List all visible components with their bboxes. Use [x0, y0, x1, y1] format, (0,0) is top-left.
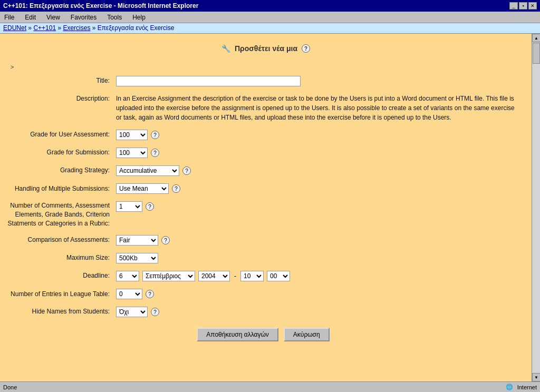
hidenames-control: Όχι Ναι ? — [116, 307, 521, 317]
deadline-day-select[interactable]: 6 — [116, 271, 139, 281]
restore-button[interactable]: ▪ — [519, 2, 527, 9]
entries-select[interactable]: 0 1 5 10 — [116, 289, 142, 299]
heading-help-icon[interactable]: ? — [302, 44, 310, 53]
menu-file[interactable]: File — [2, 13, 16, 22]
comparison-control: Fair Strict Very Strict Lenient ? — [116, 235, 521, 246]
handling-select[interactable]: Use Mean Use Last Use Best — [116, 183, 169, 194]
description-row: Description: In an Exercise Assignment t… — [5, 94, 521, 122]
title-row: Title: — [5, 76, 521, 86]
minimize-button[interactable]: _ — [509, 2, 518, 9]
page-heading: 🔧 Προσθέτει νέα μια ? — [0, 44, 532, 53]
window-controls[interactable]: _ ▪ ✕ — [509, 2, 537, 9]
title-input[interactable] — [116, 76, 301, 86]
grading-strategy-row: Grading Strategy: Accumulative Highest G… — [5, 165, 521, 176]
rubric-help-icon[interactable]: ? — [146, 202, 154, 211]
comparison-row: Comparison of Assessments: Fair Strict V… — [5, 235, 521, 246]
menu-view[interactable]: View — [44, 13, 62, 22]
grade-submission-control: 100 80 50 ? — [116, 148, 521, 158]
scroll-up-button[interactable]: ▲ — [532, 34, 540, 42]
entries-row: Number of Entries in League Table: 0 1 5… — [5, 289, 521, 299]
breadcrumb-edunet[interactable]: EDUNet — [3, 24, 26, 32]
scroll-down-button[interactable]: ▼ — [532, 373, 540, 381]
grading-strategy-control: Accumulative Highest Grade First Grade L… — [116, 165, 521, 176]
menu-favorites[interactable]: Favorites — [69, 13, 99, 22]
handling-label: Handling of Multiple Submissions: — [5, 183, 116, 193]
rubric-select[interactable]: 1 2 3 4 5 — [116, 201, 142, 212]
hidenames-label: Hide Names from Students: — [5, 307, 116, 315]
deadline-hour-select[interactable]: 10 — [240, 271, 264, 281]
menu-edit[interactable]: Edit — [23, 13, 38, 22]
grade-submission-label: Grade for Submission: — [5, 148, 116, 156]
grade-user-help-icon[interactable]: ? — [151, 131, 159, 139]
handling-help-icon[interactable]: ? — [172, 184, 180, 193]
breadcrumb-current: Επεξεργασία ενός Exercise — [98, 24, 175, 32]
comparison-select[interactable]: Fair Strict Very Strict Lenient — [116, 235, 158, 246]
hidenames-help-icon[interactable]: ? — [151, 308, 159, 316]
grade-user-label: Grade for User Assessment: — [5, 130, 116, 138]
maxsize-row: Maximum Size: 500Kb 1Mb 2Mb 5Mb — [5, 253, 521, 263]
heading-icon: 🔧 — [221, 44, 230, 53]
handling-control: Use Mean Use Last Use Best ? — [116, 183, 521, 194]
grade-submission-help-icon[interactable]: ? — [151, 149, 159, 157]
globe-icon: 🌐 — [506, 384, 513, 390]
status-bar: Done 🌐 Internet — [0, 381, 540, 392]
status-done: Done — [3, 384, 17, 390]
status-right: 🌐 Internet — [506, 384, 537, 390]
title-label: Title: — [5, 76, 116, 84]
grading-strategy-select[interactable]: Accumulative Highest Grade First Grade L… — [116, 165, 179, 176]
menu-bar: File Edit View Favorites Tools Help — [0, 12, 540, 23]
maxsize-control: 500Kb 1Mb 2Mb 5Mb — [116, 253, 521, 263]
handling-row: Handling of Multiple Submissions: Use Me… — [5, 183, 521, 194]
comparison-help-icon[interactable]: ? — [161, 236, 170, 244]
scroll-thumb[interactable] — [533, 43, 540, 64]
deadline-row: Deadline: 6 Σεπτέμβριος 2004 - 10 — [5, 271, 521, 281]
hidenames-row: Hide Names from Students: Όχι Ναι ? — [5, 307, 521, 317]
grade-submission-row: Grade for Submission: 100 80 50 ? — [5, 148, 521, 158]
breadcrumb-exercises[interactable]: Exercises — [63, 24, 90, 32]
grade-user-row: Grade for User Assessment: 100 80 50 ? — [5, 130, 521, 140]
entries-help-icon[interactable]: ? — [146, 290, 154, 298]
menu-tools[interactable]: Tools — [105, 13, 124, 22]
breadcrumb-course[interactable]: C++101 — [33, 24, 56, 32]
expand-section: > — [5, 63, 521, 71]
form-buttons: Αποθήκευση αλλαγών Ακύρωση — [5, 328, 521, 341]
maxsize-label: Maximum Size: — [5, 253, 116, 261]
grading-strategy-help-icon[interactable]: ? — [182, 166, 191, 175]
deadline-month-select[interactable]: Σεπτέμβριος — [142, 271, 195, 281]
status-internet: Internet — [517, 384, 537, 390]
description-label: Description: — [5, 94, 116, 102]
save-button[interactable]: Αποθήκευση αλλαγών — [197, 328, 278, 341]
entries-control: 0 1 5 10 ? — [116, 289, 521, 299]
rubric-label: Number of Comments, Assessment Elements,… — [5, 201, 116, 228]
cancel-button[interactable]: Ακύρωση — [284, 328, 330, 341]
scroll-track[interactable] — [532, 42, 540, 373]
scrollbar[interactable]: ▲ ▼ — [532, 34, 540, 381]
form-container: > Title: Description: In an Exercise Ass… — [0, 63, 532, 341]
rubric-row: Number of Comments, Assessment Elements,… — [5, 201, 521, 228]
hidenames-select[interactable]: Όχι Ναι — [116, 307, 148, 317]
comparison-label: Comparison of Assessments: — [5, 235, 116, 243]
title-control — [116, 76, 521, 86]
deadline-min-select[interactable]: 00 — [267, 271, 290, 281]
grade-user-control: 100 80 50 ? — [116, 130, 521, 140]
address-bar: EDUNet » C++101 » Exercises » Επεξεργασί… — [0, 23, 540, 34]
deadline-year-select[interactable]: 2004 — [198, 271, 230, 281]
deadline-label: Deadline: — [5, 271, 116, 279]
entries-label: Number of Entries in League Table: — [5, 289, 116, 299]
close-button[interactable]: ✕ — [528, 2, 537, 9]
ie-wrapper: 🔧 Προσθέτει νέα μια ? > Title: Descripti… — [0, 34, 540, 381]
grade-user-select[interactable]: 100 80 50 — [116, 130, 148, 140]
maxsize-select[interactable]: 500Kb 1Mb 2Mb 5Mb — [116, 253, 158, 263]
menu-help[interactable]: Help — [130, 13, 148, 22]
deadline-control: 6 Σεπτέμβριος 2004 - 10 00 — [116, 271, 521, 281]
heading-text: Προσθέτει νέα μια — [235, 44, 297, 53]
page-content: 🔧 Προσθέτει νέα μια ? > Title: Descripti… — [0, 34, 532, 381]
description-text: In an Exercise Assignment the descriptio… — [116, 94, 517, 122]
grading-strategy-label: Grading Strategy: — [5, 165, 116, 174]
rubric-control: 1 2 3 4 5 ? — [116, 201, 521, 212]
grade-submission-select[interactable]: 100 80 50 — [116, 148, 148, 158]
window-title: C++101: Επεξεργασία ενός Exercise - Micr… — [3, 2, 198, 9]
title-bar: C++101: Επεξεργασία ενός Exercise - Micr… — [0, 0, 540, 12]
description-control: In an Exercise Assignment the descriptio… — [116, 94, 521, 122]
